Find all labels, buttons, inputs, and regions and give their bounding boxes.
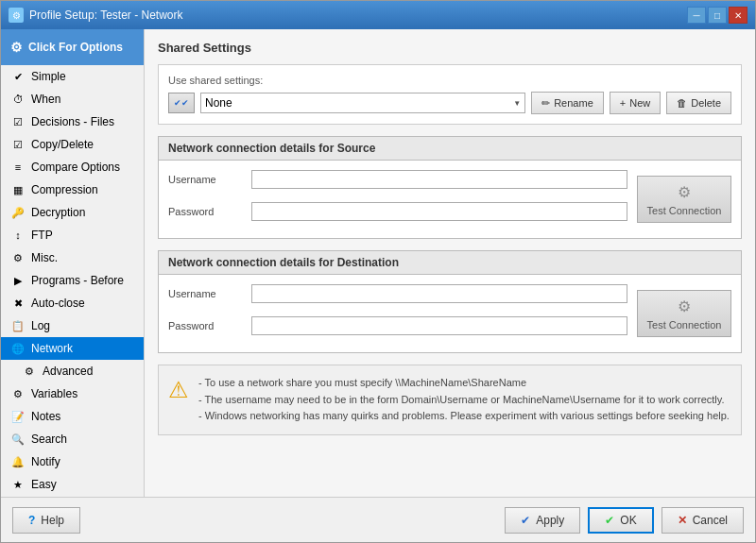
notify-icon: 🔔 <box>10 454 26 469</box>
shared-settings-row: ✔✔ None ▼ ✏ Rename + New 🗑 <box>168 92 731 114</box>
warning-icon: ⚠ <box>168 377 189 403</box>
sidebar-item-programs-before[interactable]: ▶ Programs - Before <box>1 269 144 292</box>
sidebar-item-compare-options[interactable]: ≡ Compare Options <box>1 156 144 178</box>
shared-settings-box: Use shared settings: ✔✔ None ▼ ✏ Rename … <box>158 64 742 125</box>
sidebar-item-label: Decryption <box>31 206 85 219</box>
sidebar-item-decryption[interactable]: 🔑 Decryption <box>1 201 144 224</box>
delete-button[interactable]: 🗑 Delete <box>666 92 731 114</box>
main-window: ⚙ Profile Setup: Tester - Network ─ □ ✕ … <box>0 0 756 543</box>
sidebar-item-log[interactable]: 📋 Log <box>1 314 144 337</box>
sidebar-item-simple[interactable]: ✔ Simple <box>1 65 144 88</box>
help-icon: ? <box>28 514 35 527</box>
dest-section-content: Username Password ⚙ Test Connection <box>159 275 741 352</box>
sidebar-item-notes[interactable]: 📝 Notes <box>1 405 144 428</box>
sidebar-item-copy-delete[interactable]: ☑ Copy/Delete <box>1 133 144 156</box>
sidebar-item-search[interactable]: 🔍 Search <box>1 428 144 450</box>
dropdown-arrow-icon: ▼ <box>513 99 521 108</box>
sidebar-item-label: Variables <box>31 387 77 400</box>
warning-line1: - To use a network share you must specif… <box>198 375 730 392</box>
compression-icon: ▦ <box>10 182 26 197</box>
window-icon: ⚙ <box>9 8 24 23</box>
apply-label: Apply <box>536 514 564 527</box>
cancel-button[interactable]: ✕ Cancel <box>662 507 744 534</box>
window-title: Profile Setup: Tester - Network <box>29 8 183 22</box>
source-section-title: Network connection details for Source <box>159 137 741 161</box>
close-button[interactable]: ✕ <box>729 7 747 24</box>
when-icon: ⏱ <box>10 92 26 107</box>
apply-check-icon: ✔ <box>521 514 530 527</box>
sidebar: ⚙ Click For Options ✔ Simple ⏱ When ☑ De… <box>1 29 145 497</box>
source-password-input[interactable] <box>251 202 627 221</box>
source-section: Network connection details for Source Us… <box>158 136 742 239</box>
title-bar-controls: ─ □ ✕ <box>687 7 747 24</box>
shared-dropdown[interactable]: None ▼ <box>200 93 525 113</box>
delete-icon: 🗑 <box>677 97 687 109</box>
dest-username-label: Username <box>168 288 244 299</box>
ok-button[interactable]: ✔ OK <box>588 507 653 534</box>
dest-password-input[interactable] <box>251 316 627 335</box>
footer: ? Help ✔ Apply ✔ OK ✕ Cancel <box>1 497 755 542</box>
rename-label: Rename <box>554 97 593 109</box>
sidebar-item-label: FTP <box>31 229 53 242</box>
rename-icon: ✏ <box>541 97 550 110</box>
section-title: Shared Settings <box>158 41 742 55</box>
notes-icon: 📝 <box>10 409 26 424</box>
copy-delete-icon: ☑ <box>10 137 26 152</box>
source-password-row: Password <box>168 202 627 221</box>
source-test-conn-label: Test Connection <box>647 205 722 216</box>
rename-button[interactable]: ✏ Rename <box>531 92 604 114</box>
sidebar-item-label: Log <box>31 319 50 332</box>
cancel-x-icon: ✕ <box>678 514 687 527</box>
sidebar-item-compression[interactable]: ▦ Compression <box>1 178 144 201</box>
sidebar-item-label: Compare Options <box>31 161 120 174</box>
minimize-button[interactable]: ─ <box>687 7 706 24</box>
sidebar-item-misc[interactable]: ⚙ Misc. <box>1 246 144 269</box>
sidebar-item-label: Search <box>31 433 67 446</box>
dest-username-input[interactable] <box>251 284 627 303</box>
source-inputs: Username Password <box>168 170 627 229</box>
use-shared-label: Use shared settings: <box>168 75 731 86</box>
sidebar-item-variables[interactable]: ⚙ Variables <box>1 382 144 405</box>
dest-section: Network connection details for Destinati… <box>158 250 742 353</box>
ftp-icon: ↕ <box>10 228 26 243</box>
sidebar-item-auto-close[interactable]: ✖ Auto-close <box>1 292 144 314</box>
sidebar-item-label: Network <box>31 342 73 355</box>
new-icon: + <box>620 97 626 109</box>
sidebar-header[interactable]: ⚙ Click For Options <box>1 29 144 65</box>
sidebar-item-ftp[interactable]: ↕ FTP <box>1 224 144 246</box>
log-icon: 📋 <box>10 318 26 333</box>
shared-checkbox-icon[interactable]: ✔✔ <box>168 93 195 113</box>
sidebar-item-label: Programs - Before <box>31 274 124 287</box>
sidebar-item-notify[interactable]: 🔔 Notify <box>1 450 144 473</box>
help-button[interactable]: ? Help <box>12 507 80 534</box>
sidebar-item-decisions-files[interactable]: ☑ Decisions - Files <box>1 110 144 133</box>
ok-check-icon: ✔ <box>605 514 614 527</box>
sidebar-item-easy[interactable]: ★ Easy <box>1 473 144 496</box>
dropdown-value: None <box>205 96 232 110</box>
easy-icon: ★ <box>10 477 26 492</box>
dest-test-conn-icon: ⚙ <box>678 297 691 315</box>
dest-test-connection-button[interactable]: ⚙ Test Connection <box>637 290 731 337</box>
warning-line3: - Windows networking has many quirks and… <box>198 408 730 425</box>
maximize-button[interactable]: □ <box>708 7 727 24</box>
sidebar-item-advanced[interactable]: ⚙ Advanced <box>1 360 144 382</box>
source-username-label: Username <box>168 174 244 185</box>
search-icon: 🔍 <box>10 432 26 447</box>
title-bar-left: ⚙ Profile Setup: Tester - Network <box>9 8 183 23</box>
sidebar-item-label: Notes <box>31 410 60 423</box>
programs-icon: ▶ <box>10 273 26 288</box>
delete-label: Delete <box>691 97 721 109</box>
content-area: Shared Settings Use shared settings: ✔✔ … <box>145 29 755 497</box>
warning-text: - To use a network share you must specif… <box>198 375 730 425</box>
sidebar-item-network[interactable]: 🌐 Network <box>1 337 144 360</box>
title-bar: ⚙ Profile Setup: Tester - Network ─ □ ✕ <box>1 1 755 29</box>
footer-left: ? Help <box>12 507 80 534</box>
apply-button[interactable]: ✔ Apply <box>505 507 580 534</box>
source-username-input[interactable] <box>251 170 627 189</box>
source-username-row: Username <box>168 170 627 189</box>
sidebar-item-when[interactable]: ⏱ When <box>1 88 144 110</box>
compare-icon: ≡ <box>10 160 26 175</box>
sidebar-item-label: Advanced <box>43 365 93 378</box>
new-button[interactable]: + New <box>610 92 661 114</box>
source-test-connection-button[interactable]: ⚙ Test Connection <box>637 176 731 223</box>
